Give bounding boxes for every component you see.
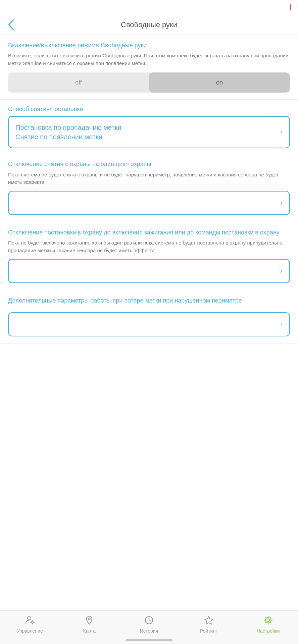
toggle-on-option[interactable]: on [149, 79, 290, 86]
additional-params-title: Дополнительные параметры работы при поте… [8, 297, 290, 305]
tab-map[interactable]: Карта [60, 614, 119, 634]
rating-icon [203, 614, 215, 626]
tab-manage-label: Управление [17, 628, 43, 634]
additional-params-section: Дополнительные параметры работы при поте… [0, 290, 298, 343]
back-button[interactable] [7, 18, 15, 31]
disable-removal-desc: Пока система не будет снята с охраны и н… [8, 171, 290, 186]
tab-settings-label: Настройки [257, 628, 280, 634]
method-chevron-icon: › [280, 128, 283, 137]
disable-arming-title: Отключение постановки в охрану до включе… [8, 229, 290, 236]
tab-settings[interactable]: Настройки [238, 614, 298, 634]
svg-point-10 [265, 618, 271, 623]
svg-point-9 [267, 619, 269, 622]
status-bar [0, 0, 298, 15]
tab-map-label: Карта [83, 628, 96, 634]
manage-icon [24, 614, 36, 626]
toggle-off-option[interactable]: off [8, 79, 149, 86]
signal-icon [290, 4, 291, 10]
disable-removal-section: Отключение снятия с охраны на один цикл … [0, 154, 298, 222]
disable-arming-desc: Пока не будет включено зажигание хотя бы… [8, 239, 290, 254]
page-title: Свободные руки [121, 20, 177, 29]
tab-history[interactable]: История [119, 614, 179, 634]
disable-arming-chevron-icon: › [280, 267, 283, 275]
disable-arming-section: Отключение постановки в охрану до включе… [0, 222, 298, 290]
tab-manage[interactable]: Управление [0, 614, 60, 634]
disable-removal-chevron-icon: › [280, 199, 283, 207]
method-section: Способ снятия/постановки Постановка по п… [0, 100, 298, 148]
disable-removal-title: Отключение снятия с охраны на один цикл … [8, 160, 290, 168]
svg-point-6 [88, 618, 90, 620]
disable-removal-card[interactable]: › [8, 191, 290, 215]
tab-bar: Управление Карта История Рейтинг [0, 610, 298, 644]
additional-params-chevron-icon: › [280, 320, 283, 329]
method-label: Способ снятия/постановки [0, 100, 298, 116]
home-indicator [126, 639, 172, 641]
toggle-section-title: Включение/выключение режима Свободные ру… [8, 42, 290, 49]
disable-arming-card[interactable]: › [8, 259, 290, 283]
settings-icon [262, 614, 274, 626]
tab-history-label: История [140, 628, 158, 634]
toggle-section-desc: Включите, если хотите включить режим Сво… [8, 52, 290, 67]
svg-marker-8 [205, 616, 213, 624]
method-card-button[interactable]: Постановка по пропаданию метки Снятие по… [8, 116, 290, 148]
history-icon [143, 614, 155, 626]
svg-point-0 [28, 616, 31, 620]
nav-header: Свободные руки [0, 15, 298, 35]
additional-params-card[interactable]: › [8, 312, 290, 336]
tab-rating-label: Рейтинг [200, 628, 217, 634]
toggle-switch[interactable]: off on [8, 72, 290, 93]
main-content: Включение/выключение режима Свободные ру… [0, 35, 298, 380]
toggle-section: Включение/выключение режима Свободные ру… [0, 35, 298, 100]
tab-rating[interactable]: Рейтинг [179, 614, 239, 634]
map-icon [83, 614, 95, 626]
method-card-text: Постановка по пропаданию метки Снятие по… [15, 123, 277, 142]
